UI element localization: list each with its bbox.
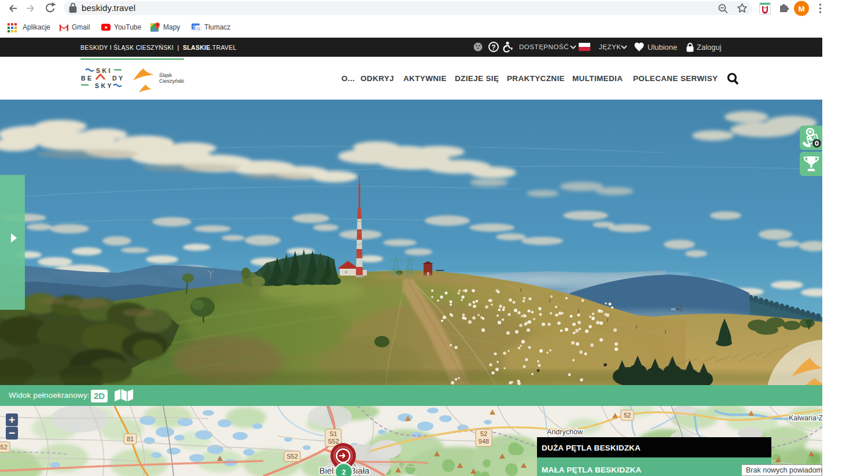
svg-text:Andrychów: Andrychów — [547, 428, 583, 436]
svg-text:52: 52 — [480, 430, 487, 437]
svg-text:52: 52 — [624, 412, 631, 419]
svg-text:?: ? — [491, 43, 495, 52]
svg-text:G: G — [197, 26, 200, 31]
svg-text:Cieszyński: Cieszyński — [159, 78, 184, 84]
svg-text:S1: S1 — [329, 430, 337, 437]
svg-text:DY: DY — [112, 75, 124, 82]
svg-text:S52: S52 — [286, 453, 298, 460]
svg-text:Śląsk: Śląsk — [159, 72, 172, 78]
svg-text:SKY: SKY — [95, 82, 113, 89]
svg-text:Kalwaria Ze: Kalwaria Ze — [789, 414, 822, 422]
svg-text:M: M — [798, 5, 804, 13]
svg-text:S52: S52 — [0, 444, 8, 451]
svg-text:S52: S52 — [328, 438, 339, 445]
svg-text:2: 2 — [342, 468, 346, 476]
svg-text:81: 81 — [127, 435, 134, 442]
svg-text:SKI: SKI — [96, 67, 112, 74]
svg-text:BE: BE — [81, 75, 93, 82]
svg-text:948: 948 — [479, 438, 489, 445]
